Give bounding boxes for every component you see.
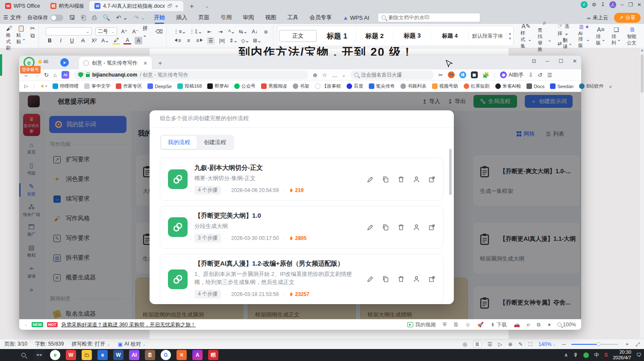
phonetic-icon[interactable]: 拼⌄	[143, 28, 152, 36]
menu-tab-insert[interactable]: 插入	[173, 13, 190, 22]
modal-scrollbar[interactable]	[449, 149, 452, 195]
login-account-tag[interactable]: 登录账号	[20, 66, 41, 74]
copy-icon[interactable]	[382, 275, 389, 283]
cut-icon[interactable]: ✂	[30, 25, 35, 32]
save-icon[interactable]: 🖫	[69, 14, 75, 21]
chrome-app-icon[interactable]: G	[161, 350, 171, 360]
open-external-icon[interactable]	[428, 224, 435, 231]
style-set-button[interactable]: A✎样式集⌄	[520, 23, 532, 49]
sogou-tray-icon[interactable]: S	[604, 352, 608, 358]
file-menu[interactable]: ☰文件	[3, 14, 21, 21]
fullscreen-icon[interactable]: ⤢	[635, 341, 640, 347]
bookmark-item[interactable]: 哔哩哔哩	[53, 83, 79, 89]
export-icon[interactable]: ⎗	[81, 14, 86, 21]
eye-icon[interactable]: ◎	[463, 341, 467, 347]
decrease-indent-button[interactable]: ⇤	[206, 28, 213, 36]
addr-dropdown-icon[interactable]: ⌄	[342, 73, 345, 77]
ime-indicator[interactable]: 中	[594, 352, 599, 359]
browser-close-button[interactable]: ✕	[573, 58, 577, 64]
bookmark-item[interactable]: 公众号	[234, 83, 256, 89]
outline-view-icon[interactable]: ☰	[488, 341, 492, 347]
menu-tab-page[interactable]: 页面	[196, 13, 212, 22]
style-heading3[interactable]: 标题 3	[394, 30, 431, 41]
reader-mode-icon[interactable]: ⊕	[313, 72, 318, 78]
edit-icon[interactable]	[367, 275, 374, 283]
style-heading2[interactable]: 标题 2	[356, 30, 394, 42]
security-shield-icon[interactable]	[78, 72, 83, 78]
menu-tab-review[interactable]: 审阅	[240, 13, 256, 22]
360-browser-icon[interactable]: e	[50, 350, 60, 360]
distribute-button[interactable]: |≡|	[218, 37, 226, 44]
translate-tool-icon[interactable]: 译	[459, 71, 466, 78]
zoom-slider-handle[interactable]	[597, 342, 600, 346]
bold-button[interactable]: B	[46, 37, 53, 44]
italic-button[interactable]: I	[57, 37, 65, 44]
play-view-icon[interactable]: ▷	[498, 341, 502, 347]
tab-create-flow[interactable]: 创建流程	[197, 136, 233, 149]
my-videos-button[interactable]: ▶我的视频	[407, 321, 436, 328]
collapse-sidebar-icon[interactable]: ▷	[24, 83, 28, 89]
copy-icon[interactable]	[382, 176, 389, 183]
symbol-button[interactable]: ⇆⌄	[239, 28, 247, 36]
paste-button[interactable]: 📋粘贴⌄	[16, 25, 26, 47]
ai-app-icon[interactable]: AI	[129, 350, 139, 360]
zoom-in-icon[interactable]: ＋	[624, 340, 629, 348]
quick-clip-icon[interactable]: 🚗	[514, 322, 520, 328]
open-external-icon[interactable]	[428, 176, 435, 183]
home-button[interactable]: ⌂	[53, 72, 57, 78]
find-replace-button[interactable]: ⌕查找替换⌄	[538, 19, 552, 53]
autosave-toggle[interactable]: 自动保存	[27, 14, 63, 21]
bookmark-item[interactable]: 投稿168	[177, 83, 202, 89]
web-view-icon[interactable]: ⊕	[508, 341, 512, 347]
game-center-icon[interactable]: 🎮	[448, 71, 455, 78]
settings-gear-icon[interactable]: ⚙	[592, 2, 597, 8]
page-zoom-control[interactable]: 100%	[557, 322, 576, 328]
extensions-puzzle-icon[interactable]: 🧩	[482, 72, 489, 78]
browser-active-tab[interactable]: 创意 - 笔尖传奇写作 ✕	[79, 57, 152, 69]
menu-tab-start[interactable]: 开始	[151, 13, 168, 22]
fit-page-icon[interactable]: ⛶	[529, 341, 532, 347]
style-default-font[interactable]: 默认段落字体	[469, 31, 506, 41]
justify-button[interactable]: ☰	[207, 37, 215, 44]
doc-preview-icon[interactable]: 🗗	[168, 3, 173, 9]
collapse-chevron-icon[interactable]: ⌄	[24, 323, 28, 327]
font-color-button[interactable]: A	[124, 37, 131, 44]
taskbar-clock[interactable]: 20:302026/4/7	[613, 349, 631, 361]
menu-tab-cite[interactable]: 引用	[218, 13, 234, 22]
points-badge[interactable]: 46	[38, 59, 48, 64]
tab-list-chevron[interactable]: ⌄	[200, 1, 214, 11]
share-user-icon[interactable]	[413, 224, 420, 231]
bookmark-item[interactable]: 朱雀AI检	[495, 83, 521, 89]
bookmark-star-icon[interactable]: ☆	[322, 72, 327, 78]
flow-card[interactable]: 九叙-剧本大纲切分-正文 概要-大纲切分-集纲-正文 4 个步骤 2026-04…	[160, 158, 444, 201]
increase-font-icon[interactable]: A⁺	[121, 28, 128, 36]
decrease-font-icon[interactable]: A⁻	[132, 28, 139, 36]
bookmark-item[interactable]: 【故事框	[315, 83, 341, 89]
bookmark-item[interactable]: B站软件	[579, 83, 603, 89]
wps-search-box[interactable]	[378, 13, 480, 22]
copy-icon[interactable]: ⧉	[30, 32, 35, 39]
increase-indent-button[interactable]: ⇥	[217, 28, 224, 36]
open-external-icon[interactable]	[428, 275, 435, 283]
ink-icon[interactable]: ✎	[518, 341, 523, 347]
ai-assistant-button[interactable]: ◉AI助手	[500, 71, 523, 79]
shading-button[interactable]: ◇⌄	[241, 37, 249, 44]
format-painter-button[interactable]: 🖌格式刷	[6, 25, 12, 47]
font-size-select[interactable]: 二号⌄	[95, 27, 117, 36]
flow-card[interactable]: 【乔断更完美大纲】1.0 分段生成大纲 3 个步骤 2026-03-30 00:…	[160, 206, 444, 249]
page-view-icon[interactable]: 🗏	[473, 341, 482, 348]
360-tray-icon[interactable]	[583, 352, 589, 358]
scrollbar-thumb[interactable]	[641, 54, 644, 93]
bookmark-item[interactable]: 男频阅读	[261, 83, 287, 89]
style-normal[interactable]: 正文	[279, 30, 317, 42]
refresh-button[interactable]: ↻	[44, 72, 49, 78]
browser-menu-icon[interactable]: ☰	[547, 72, 552, 78]
favorites-star-icon[interactable]: ★▾	[40, 83, 47, 89]
bookmark-item[interactable]: 书籍列表	[400, 83, 426, 89]
mini-window-icon[interactable]: ⊡	[532, 58, 536, 64]
zoom-slider[interactable]	[571, 344, 618, 345]
char-shading-button[interactable]: A	[135, 37, 142, 44]
document-scrollbar[interactable]: ▲	[639, 48, 644, 339]
style-heading4[interactable]: 标题 4	[431, 30, 469, 41]
underline-button[interactable]: U	[68, 37, 76, 44]
